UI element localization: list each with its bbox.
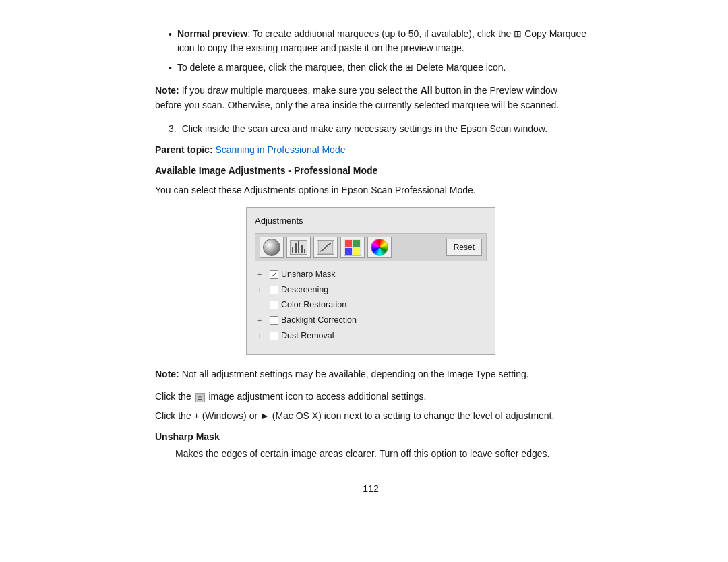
parent-topic-label: Parent topic: xyxy=(155,144,213,155)
sphere-icon xyxy=(263,239,280,256)
note2-text: Not all adjustment settings may be avail… xyxy=(179,369,529,379)
color-balance-button[interactable] xyxy=(340,237,365,258)
numbered-item-3: 3. Click inside the scan area and make a… xyxy=(155,122,586,136)
checkbox-color-restoration[interactable] xyxy=(270,301,278,309)
histogram-button[interactable] xyxy=(286,237,311,258)
hist-bar-1 xyxy=(292,247,293,253)
adjustments-panel: Adjustments xyxy=(246,207,495,354)
svg-rect-5 xyxy=(353,248,360,255)
histogram-icon xyxy=(290,240,307,255)
panel-toolbar: Reset xyxy=(255,233,487,261)
click-line-2: Click the + (Windows) or ► (Mac OS X) ic… xyxy=(155,409,586,423)
checkbox-descreening[interactable] xyxy=(270,286,278,294)
bullet-section: • Normal preview: To create additional m… xyxy=(155,27,586,75)
color-balance-icon xyxy=(343,238,362,257)
option-label-dust: Dust Removal xyxy=(281,330,334,342)
option-label-unsharp: Unsharp Mask xyxy=(281,268,336,281)
expand-descreening[interactable]: + xyxy=(257,284,267,296)
hue-icon xyxy=(371,239,388,256)
option-label-descreening: Descreening xyxy=(281,284,328,296)
note1-text: If you draw multiple marquees, make sure… xyxy=(179,85,421,96)
hue-button[interactable] xyxy=(367,237,392,258)
item-number: 3. xyxy=(169,122,177,136)
note-paragraph-1: Note: If you draw multiple marquees, mak… xyxy=(155,84,586,113)
option-label-color-restoration: Color Restoration xyxy=(281,299,346,311)
option-row-dust: + Dust Removal xyxy=(257,330,487,342)
option-label-backlight: Backlight Correction xyxy=(281,314,357,327)
svg-rect-4 xyxy=(345,248,352,255)
svg-rect-2 xyxy=(345,240,352,247)
item-text: Click inside the scan area and make any … xyxy=(182,122,547,136)
section-heading: Available Image Adjustments - Profession… xyxy=(155,164,586,178)
curve-icon xyxy=(317,240,334,255)
normal-preview-label: Normal preview xyxy=(177,28,247,39)
checkbox-unsharp[interactable]: ✓ xyxy=(270,270,278,279)
reset-button[interactable]: Reset xyxy=(446,239,482,256)
option-row-backlight: + Backlight Correction xyxy=(257,314,487,327)
parent-topic-line: Parent topic: Scanning in Professional M… xyxy=(155,143,586,157)
checkbox-backlight[interactable] xyxy=(270,316,278,325)
panel-options: + ✓ Unsharp Mask + Descreening Color Res… xyxy=(255,268,487,342)
option-row-unsharp: + ✓ Unsharp Mask xyxy=(257,268,487,281)
adjustment-icon: ≡ xyxy=(195,393,205,402)
page-container: • Normal preview: To create additional m… xyxy=(101,0,627,523)
color-balance-svg xyxy=(344,239,361,256)
unsharp-section: Unsharp Mask Makes the edges of certain … xyxy=(155,430,586,462)
page-number: 112 xyxy=(155,482,586,496)
hist-bar-4 xyxy=(301,245,302,253)
click-line-1: Click the ≡ image adjustment icon to acc… xyxy=(155,389,586,404)
bullet-item-normal-preview: • Normal preview: To create additional m… xyxy=(169,27,586,55)
bullet-dot-2: • xyxy=(169,61,172,75)
expand-backlight[interactable]: + xyxy=(257,315,267,326)
curve-button[interactable] xyxy=(313,237,338,258)
intro-text: You can select these Adjustments options… xyxy=(155,183,586,197)
checkbox-dust[interactable] xyxy=(270,332,278,340)
panel-title: Adjustments xyxy=(255,214,487,228)
bullet-text-normal-preview: Normal preview: To create additional mar… xyxy=(177,27,586,55)
hist-bar-5 xyxy=(304,249,305,253)
unsharp-description: Makes the edges of certain image areas c… xyxy=(155,447,586,462)
note2: Note: Not all adjustment settings may be… xyxy=(155,367,586,382)
bullet-item-delete: • To delete a marquee, click the marquee… xyxy=(169,61,586,75)
note1-prefix: Note: xyxy=(155,85,179,96)
note2-prefix: Note: xyxy=(155,369,179,379)
curve-svg xyxy=(318,241,333,254)
expand-dust[interactable]: + xyxy=(257,330,267,342)
svg-rect-3 xyxy=(353,240,360,247)
sphere-button[interactable] xyxy=(260,237,284,258)
hist-bar-3 xyxy=(298,241,299,253)
bullet-dot: • xyxy=(169,28,172,42)
parent-topic-link[interactable]: Scanning in Professional Mode xyxy=(215,144,345,155)
bullet-text-delete: To delete a marquee, click the marquee, … xyxy=(177,61,586,75)
note1-bold: All xyxy=(421,85,433,96)
option-row-color-restoration: Color Restoration xyxy=(257,299,487,311)
expand-unsharp[interactable]: + xyxy=(257,269,267,280)
option-row-descreening: + Descreening xyxy=(257,284,487,296)
expand-color-restoration xyxy=(257,300,267,311)
hist-bar-2 xyxy=(295,243,296,253)
unsharp-heading: Unsharp Mask xyxy=(155,430,586,444)
